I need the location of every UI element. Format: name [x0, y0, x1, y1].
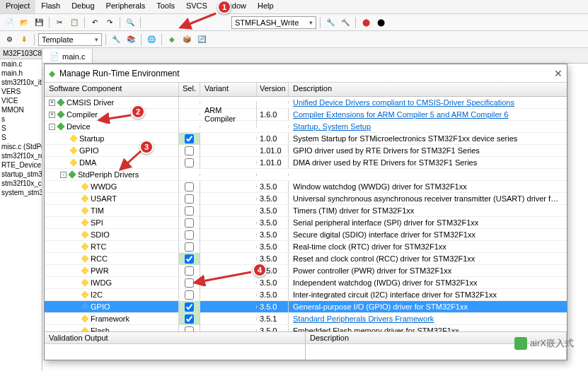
select-checkbox[interactable]: [185, 134, 194, 143]
tree-toggle-icon[interactable]: -: [60, 172, 67, 178]
menu-svcs[interactable]: SVCS: [180, 0, 213, 13]
manage-rte-icon[interactable]: ◆: [166, 33, 178, 46]
tool-icon[interactable]: 💾: [33, 16, 45, 29]
project-item[interactable]: RTE_Device.h: [0, 160, 42, 170]
project-item[interactable]: VERS: [0, 87, 42, 96]
menu-flash[interactable]: Flash: [35, 0, 66, 13]
project-item[interactable]: startup_stm32: [0, 170, 42, 179]
description-link[interactable]: Standard Peripherals Drivers Framework: [293, 314, 434, 323]
description-link[interactable]: Unified Device Drivers compliant to CMSI…: [293, 98, 514, 107]
tool-icon[interactable]: 📦: [180, 33, 193, 46]
select-checkbox[interactable]: [185, 302, 194, 312]
tool-icon[interactable]: 📋: [68, 16, 81, 29]
select-checkbox[interactable]: [185, 194, 194, 204]
component-row[interactable]: GPIO1.01.0GPIO driver used by RTE Driver…: [45, 145, 567, 157]
tool-icon[interactable]: ⬤: [374, 16, 387, 29]
close-icon[interactable]: ✕: [554, 68, 563, 79]
tool-icon[interactable]: 🔨: [339, 16, 352, 29]
load-icon[interactable]: ⬇: [18, 33, 30, 46]
select-checkbox[interactable]: [185, 314, 194, 324]
component-icon: [57, 122, 64, 130]
component-label: GPIO: [91, 302, 110, 311]
tool-icon[interactable]: ✂: [53, 16, 66, 29]
col-header-version[interactable]: Version: [257, 83, 289, 96]
component-row[interactable]: -DeviceStartup, System Setup: [45, 121, 567, 133]
tool-icon[interactable]: ↷: [103, 16, 116, 29]
component-row[interactable]: -StdPeriph Drivers: [45, 169, 567, 181]
tool-icon[interactable]: 🔧: [324, 16, 337, 29]
tree-toggle-icon[interactable]: +: [49, 112, 55, 118]
menu-project[interactable]: Project: [0, 0, 35, 13]
component-row[interactable]: TIM3.5.0Timers (TIM) driver for STM32F1x…: [45, 205, 567, 217]
component-row[interactable]: +CMSIS DriverUnified Device Drivers comp…: [45, 97, 567, 109]
project-item[interactable]: s: [0, 114, 42, 124]
project-item[interactable]: stm32f10x_rcc: [0, 151, 42, 160]
tool-icon[interactable]: ↶: [88, 16, 101, 29]
component-row[interactable]: RTC3.5.0Real-time clock (RTC) driver for…: [45, 241, 567, 253]
template-dropdown[interactable]: Template: [38, 33, 102, 46]
select-checkbox[interactable]: [185, 278, 194, 288]
project-item[interactable]: system_stm32: [0, 188, 42, 197]
tool-icon[interactable]: 📚: [125, 33, 137, 46]
tool-icon[interactable]: 🔄: [195, 33, 208, 46]
select-checkbox[interactable]: [185, 326, 194, 332]
col-header-component[interactable]: Software Component: [45, 83, 179, 96]
component-row[interactable]: DMA1.01.0DMA driver used by RTE Drivers …: [45, 157, 567, 169]
menu-peripherals[interactable]: Peripherals: [100, 0, 151, 13]
project-item[interactable]: S: [0, 124, 42, 133]
tool-icon[interactable]: ⬤: [359, 16, 372, 29]
project-item[interactable]: main.c: [0, 59, 42, 69]
build-icon[interactable]: ⚙: [3, 33, 16, 46]
description-link[interactable]: Compiler Extensions for ARM Compiler 5 a…: [293, 110, 508, 119]
col-header-variant[interactable]: Variant: [200, 83, 257, 96]
select-checkbox[interactable]: [185, 290, 194, 300]
project-item[interactable]: MMON: [0, 105, 42, 114]
project-item[interactable]: main.h: [0, 69, 42, 78]
component-row[interactable]: GPIO3.5.0General-purpose I/O (GPIO) driv…: [45, 301, 567, 313]
select-checkbox[interactable]: [185, 254, 194, 264]
variant-cell: [200, 317, 257, 320]
project-item[interactable]: misc.c (StdPe: [0, 142, 42, 151]
tree-toggle-icon[interactable]: +: [49, 100, 55, 106]
menu-tools[interactable]: Tools: [151, 0, 180, 13]
component-row[interactable]: PWR3.5.0Power controller (PWR) driver fo…: [45, 265, 567, 277]
tool-icon[interactable]: 📄: [3, 16, 16, 29]
tree-toggle-icon[interactable]: -: [49, 124, 55, 130]
component-row[interactable]: SDIO3.5.0Secure digital (SDIO) interface…: [45, 229, 567, 241]
component-row[interactable]: +CompilerARM Compiler1.6.0Compiler Exten…: [45, 109, 567, 121]
project-item[interactable]: S: [0, 133, 42, 142]
component-row[interactable]: Startup1.0.0System Startup for STMicroel…: [45, 133, 567, 145]
col-header-desc[interactable]: Description: [289, 83, 567, 96]
component-row[interactable]: IWDG3.5.0Independent watchdog (IWDG) dri…: [45, 277, 567, 289]
component-row[interactable]: RCC3.5.0Reset and clock control (RCC) dr…: [45, 253, 567, 265]
select-checkbox[interactable]: [185, 218, 194, 228]
component-row[interactable]: I2C3.5.0Inter-integrated circuit (I2C) i…: [45, 289, 567, 301]
project-item[interactable]: stm32f10x_it.c: [0, 78, 42, 87]
select-checkbox[interactable]: [185, 158, 194, 167]
select-checkbox[interactable]: [185, 230, 194, 240]
target-dropdown[interactable]: STMFLASH_Write: [231, 16, 316, 29]
select-checkbox[interactable]: [185, 242, 194, 252]
project-item[interactable]: stm32f10x_co: [0, 179, 42, 188]
select-checkbox[interactable]: [185, 266, 194, 276]
select-checkbox[interactable]: [185, 206, 194, 216]
menu-help[interactable]: Help: [252, 0, 279, 13]
select-checkbox[interactable]: [185, 182, 194, 192]
component-label: I2C: [91, 290, 103, 299]
options-icon[interactable]: 🔧: [110, 33, 122, 46]
col-header-sel[interactable]: Sel.: [179, 83, 200, 96]
grid-body[interactable]: +CMSIS DriverUnified Device Drivers comp…: [45, 97, 567, 331]
tab-main-c[interactable]: 📄 main.c: [42, 48, 93, 63]
tool-icon[interactable]: 🔍: [124, 16, 137, 29]
project-item[interactable]: VICE: [0, 96, 42, 105]
component-row[interactable]: Framework3.5.1Standard Peripherals Drive…: [45, 313, 567, 325]
component-row[interactable]: WWDG3.5.0Window watchdog (WWDG) driver f…: [45, 181, 567, 193]
menu-debug[interactable]: Debug: [66, 0, 100, 13]
component-row[interactable]: Flash3.5.0Embedded Flash memory driver f…: [45, 325, 567, 331]
component-row[interactable]: SPI3.5.0Serial peripheral interface (SPI…: [45, 217, 567, 229]
tool-icon[interactable]: 🌐: [145, 33, 158, 46]
description-link[interactable]: Startup, System Setup: [293, 122, 371, 131]
component-row[interactable]: USART3.5.0Universal synchronous asynchro…: [45, 193, 567, 205]
tool-icon[interactable]: 📂: [18, 16, 30, 29]
select-checkbox[interactable]: [185, 146, 194, 155]
